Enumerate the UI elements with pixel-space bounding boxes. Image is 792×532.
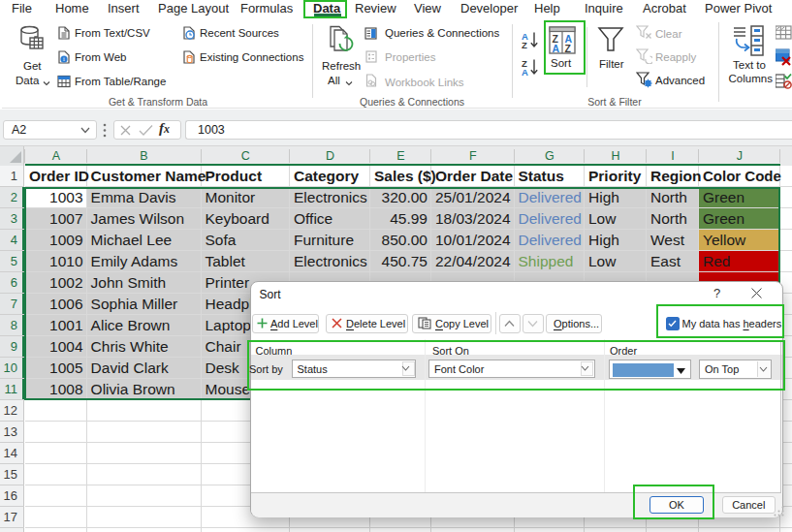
svg-text:A: A — [522, 67, 528, 77]
svg-text:Z: Z — [522, 40, 527, 49]
svg-text:i: i — [63, 55, 65, 62]
